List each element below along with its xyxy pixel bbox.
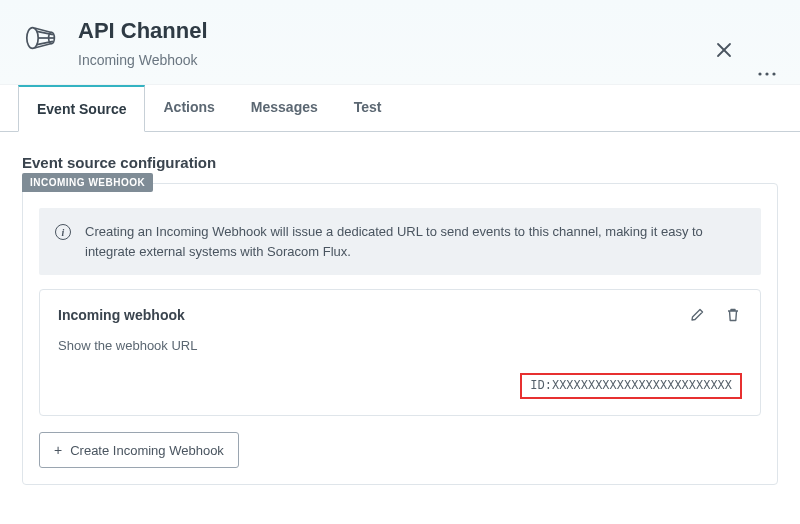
webhook-card-title: Incoming webhook	[58, 307, 185, 323]
tab-event-source[interactable]: Event Source	[18, 85, 145, 132]
webhook-card: Incoming webhook Show the webhook URL ID…	[39, 289, 761, 416]
more-options-button[interactable]	[754, 58, 780, 84]
svg-point-11	[772, 72, 775, 75]
page-subtitle: Incoming Webhook	[78, 52, 208, 68]
channel-icon	[22, 18, 62, 58]
tab-messages[interactable]: Messages	[233, 85, 336, 132]
info-text: Creating an Incoming Webhook will issue …	[85, 222, 745, 261]
tabs: Event Source Actions Messages Test	[0, 85, 800, 132]
svg-point-0	[27, 28, 38, 49]
config-panel: INCOMING WEBHOOK i Creating an Incoming …	[22, 183, 778, 485]
info-icon: i	[55, 224, 71, 240]
close-button[interactable]	[712, 36, 736, 66]
webhook-id: ID:XXXXXXXXXXXXXXXXXXXXXXXXX	[520, 373, 742, 399]
tab-test[interactable]: Test	[336, 85, 400, 132]
svg-point-10	[765, 72, 768, 75]
create-button-label: Create Incoming Webhook	[70, 443, 224, 458]
svg-point-9	[758, 72, 761, 75]
panel-badge: INCOMING WEBHOOK	[22, 173, 153, 192]
edit-button[interactable]	[688, 306, 706, 324]
page-title: API Channel	[78, 18, 208, 44]
header: API Channel Incoming Webhook	[0, 0, 800, 85]
plus-icon: +	[54, 442, 62, 458]
create-incoming-webhook-button[interactable]: + Create Incoming Webhook	[39, 432, 239, 468]
delete-button[interactable]	[724, 306, 742, 324]
info-box: i Creating an Incoming Webhook will issu…	[39, 208, 761, 275]
tab-actions[interactable]: Actions	[145, 85, 232, 132]
show-webhook-url-link[interactable]: Show the webhook URL	[58, 338, 742, 353]
